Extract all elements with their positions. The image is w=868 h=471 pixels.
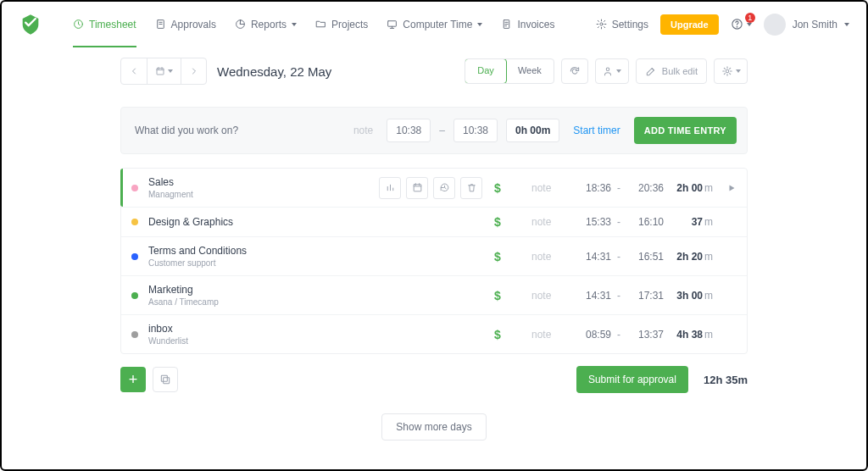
settings-label: Settings xyxy=(612,19,648,30)
settings-dropdown-button[interactable] xyxy=(714,58,748,84)
entry-end[interactable]: 20:36 xyxy=(626,182,664,194)
header-right: Settings Upgrade 1 Jon Smith xyxy=(596,14,849,36)
submit-approval-button[interactable]: Submit for approval xyxy=(576,366,688,393)
entry-note-button[interactable]: note xyxy=(531,290,574,302)
dash: - xyxy=(611,216,626,228)
svg-point-8 xyxy=(607,68,610,71)
new-entry-row: What did you work on? note 10:38 – 10:38… xyxy=(120,107,748,154)
settings-link[interactable]: Settings xyxy=(596,19,648,30)
entry-note-button[interactable]: note xyxy=(531,329,574,341)
entry-note-button[interactable]: note xyxy=(531,182,574,194)
history-icon[interactable] xyxy=(433,177,455,199)
time-entry[interactable]: Design & Graphics $ note 15:33 - 16:10 3… xyxy=(121,207,747,236)
dash: - xyxy=(611,251,626,263)
entry-duration[interactable]: 37m xyxy=(664,216,713,228)
delete-icon[interactable] xyxy=(460,177,482,199)
nav-invoices[interactable]: Invoices xyxy=(501,2,554,47)
play-icon[interactable] xyxy=(718,183,737,193)
start-timer-link[interactable]: Start timer xyxy=(573,125,620,136)
billable-icon[interactable]: $ xyxy=(489,215,506,229)
entry-project: Managment xyxy=(148,190,193,199)
next-day-button[interactable] xyxy=(181,58,206,84)
billable-icon[interactable]: $ xyxy=(489,250,506,263)
calendar-picker-button[interactable] xyxy=(147,58,181,84)
entry-project: Customer support xyxy=(148,258,247,268)
nav-reports[interactable]: Reports xyxy=(235,2,297,47)
note-button[interactable]: note xyxy=(353,125,373,136)
show-more-days-button[interactable]: Show more days xyxy=(381,413,486,441)
time-entry[interactable]: inbox Wunderlist $ note 08:59 - 13:37 4h… xyxy=(121,314,747,353)
entry-end[interactable]: 17:31 xyxy=(626,290,664,302)
entry-start[interactable]: 18:36 xyxy=(574,182,611,194)
entry-start[interactable]: 08:59 xyxy=(574,329,611,341)
task-input[interactable]: What did you work on? xyxy=(131,125,345,136)
nav-approvals[interactable]: Approvals xyxy=(155,2,216,47)
day-total: 12h 35m xyxy=(704,374,748,386)
refresh-button[interactable] xyxy=(561,58,588,84)
nav-invoices-label: Invoices xyxy=(517,19,554,30)
view-day-button[interactable]: Day xyxy=(465,58,507,84)
billable-icon[interactable]: $ xyxy=(489,328,506,341)
calendar-icon[interactable] xyxy=(406,177,428,199)
entry-start[interactable]: 14:31 xyxy=(574,290,611,302)
entry-end[interactable]: 16:51 xyxy=(626,251,664,263)
main-nav: Timesheet Approvals Reports Projects Com… xyxy=(73,2,554,47)
entry-title: Design & Graphics xyxy=(148,216,233,228)
color-dot xyxy=(131,219,138,225)
billable-icon[interactable]: $ xyxy=(489,289,506,302)
svg-point-6 xyxy=(737,26,737,27)
entry-duration[interactable]: 3h 00m xyxy=(664,290,713,302)
nav-timesheet-label: Timesheet xyxy=(89,19,136,30)
nav-computer-time[interactable]: Computer Time xyxy=(387,2,482,47)
entry-duration[interactable]: 4h 38m xyxy=(664,329,713,341)
svg-rect-10 xyxy=(414,185,421,191)
copy-day-button[interactable] xyxy=(153,367,178,392)
add-entry-button[interactable]: ADD TIME ENTRY xyxy=(634,117,737,144)
footer-row: + Submit for approval 12h 35m xyxy=(120,366,748,393)
nav-projects[interactable]: Projects xyxy=(315,2,368,47)
upgrade-button[interactable]: Upgrade xyxy=(660,14,719,35)
entry-duration[interactable]: 2h 20m xyxy=(664,251,713,263)
add-entry-icon-button[interactable]: + xyxy=(120,367,146,392)
entry-note-button[interactable]: note xyxy=(531,251,574,263)
svg-point-9 xyxy=(726,69,729,73)
entry-duration[interactable]: 2h 00m xyxy=(664,182,713,194)
chevron-down-icon xyxy=(477,23,482,26)
header: Timesheet Approvals Reports Projects Com… xyxy=(2,2,866,47)
user-filter-button[interactable] xyxy=(595,58,629,84)
time-entry[interactable]: Marketing Asana / Timecamp $ note 14:31 … xyxy=(121,275,747,314)
view-week-button[interactable]: Week xyxy=(506,59,554,83)
user-name: Jon Smith xyxy=(793,19,837,30)
entry-end[interactable]: 13:37 xyxy=(626,329,664,341)
duration-input[interactable]: 0h 00m xyxy=(506,119,559,142)
entry-note-button[interactable]: note xyxy=(531,216,574,228)
entry-title: Sales xyxy=(148,176,193,188)
dash: – xyxy=(439,125,445,136)
time-entry[interactable]: Terms and Conditions Customer support $ … xyxy=(121,236,747,275)
bulk-edit-label: Bulk edit xyxy=(662,66,698,76)
svg-point-4 xyxy=(600,23,603,25)
entry-start[interactable]: 15:33 xyxy=(574,216,611,228)
entry-end[interactable]: 16:10 xyxy=(626,216,664,228)
chevron-down-icon xyxy=(747,23,752,26)
chevron-down-icon xyxy=(736,69,741,73)
entry-project: Asana / Timecamp xyxy=(148,297,219,307)
color-dot xyxy=(131,253,138,260)
bulk-edit-button[interactable]: Bulk edit xyxy=(636,58,707,84)
billable-icon[interactable]: $ xyxy=(489,181,506,195)
time-entry[interactable]: Sales Managment $ note 18:36 - 20:36 2h … xyxy=(121,169,747,207)
nav-timesheet[interactable]: Timesheet xyxy=(73,2,136,47)
user-menu[interactable]: Jon Smith xyxy=(764,14,849,36)
help-button[interactable]: 1 xyxy=(731,18,752,30)
nav-computer-time-label: Computer Time xyxy=(403,19,472,30)
color-dot xyxy=(131,331,138,338)
prev-day-button[interactable] xyxy=(121,58,147,84)
svg-rect-7 xyxy=(157,69,164,75)
chevron-down-icon xyxy=(844,23,849,26)
entry-start[interactable]: 14:31 xyxy=(574,251,611,263)
chevron-down-icon xyxy=(616,69,621,73)
start-time-input[interactable]: 10:38 xyxy=(387,119,431,142)
stats-icon[interactable] xyxy=(379,177,401,199)
notification-badge: 1 xyxy=(745,13,755,23)
end-time-input[interactable]: 10:38 xyxy=(453,119,498,142)
